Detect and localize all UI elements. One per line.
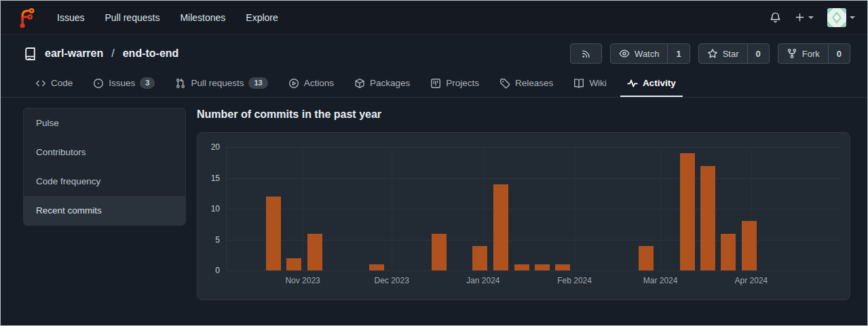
chevron-down-icon [850, 16, 855, 19]
sidebar-item-label: Pulse [36, 118, 59, 128]
play-icon [288, 78, 299, 89]
tab-wiki[interactable]: Wiki [567, 70, 614, 97]
watch-count[interactable]: 1 [667, 44, 689, 63]
issue-opened-icon [93, 78, 104, 89]
sidebar-item-pulse[interactable]: Pulse [24, 108, 185, 138]
chart-gridline [227, 147, 840, 148]
y-axis-tick-label: 10 [211, 204, 220, 213]
sidebar-item-contributors[interactable]: Contributors [24, 138, 185, 167]
user-avatar [827, 8, 846, 27]
nav-link-milestones[interactable]: Milestones [170, 7, 235, 28]
tab-actions[interactable]: Actions [282, 70, 341, 97]
tab-issues[interactable]: Issues 3 [86, 70, 162, 97]
notifications-bell-icon[interactable] [770, 12, 781, 23]
sidebar-item-label: Code frequency [36, 176, 100, 186]
sidebar-item-recent-commits[interactable]: Recent commits [24, 196, 185, 225]
sidebar-item-label: Contributors [36, 147, 86, 157]
package-icon [354, 78, 365, 89]
page-title: Number of commits in the past year [197, 108, 850, 121]
commit-count-bar [266, 197, 281, 270]
repo-name-link[interactable]: end-to-end [123, 47, 179, 60]
chart-month-gridline [575, 147, 575, 270]
star-count[interactable]: 0 [747, 44, 769, 63]
content-area: Pulse Contributors Code frequency Recent… [1, 98, 867, 300]
tab-label: Wiki [589, 78, 607, 88]
main-panel: Number of commits in the past year 05101… [197, 108, 850, 300]
tab-label: Issues [109, 78, 135, 88]
commit-count-bar [432, 234, 447, 271]
activity-sidebar: Pulse Contributors Code frequency Recent… [23, 108, 186, 226]
repo-separator: / [111, 47, 115, 60]
tab-activity[interactable]: Activity [620, 70, 683, 97]
y-axis-tick-label: 5 [215, 235, 220, 245]
tab-label: Releases [515, 78, 553, 88]
tab-label: Projects [446, 78, 479, 88]
tab-packages[interactable]: Packages [347, 70, 417, 97]
tab-projects[interactable]: Projects [423, 70, 486, 97]
book-icon [573, 78, 584, 89]
issues-count-badge: 3 [140, 77, 155, 89]
fork-count[interactable]: 0 [828, 44, 850, 63]
commit-count-bar [369, 264, 384, 270]
commit-count-bar [721, 234, 736, 271]
repo-icon [23, 47, 37, 61]
tab-label: Actions [304, 78, 334, 88]
chart-month-gridline [660, 147, 661, 270]
fork-label: Fork [802, 49, 820, 59]
rss-icon [581, 49, 591, 59]
fork-button[interactable]: Fork 0 [778, 43, 850, 64]
commit-count-bar [514, 264, 529, 270]
commit-count-bar [680, 153, 695, 270]
chart-gridline [227, 178, 840, 179]
navbar-right [770, 8, 855, 27]
project-board-icon [430, 78, 441, 89]
nav-link-pull-requests[interactable]: Pull requests [94, 7, 170, 28]
star-icon [707, 48, 718, 59]
commit-count-bar [472, 246, 487, 270]
repo-owner-link[interactable]: earl-warren [45, 47, 103, 60]
forgejo-logo-icon[interactable] [17, 7, 37, 28]
commit-count-bar [535, 264, 550, 270]
tab-code[interactable]: Code [29, 70, 79, 97]
commit-count-bar [307, 234, 322, 271]
star-button[interactable]: Star 0 [698, 43, 770, 64]
create-new-dropdown[interactable] [795, 12, 814, 22]
nav-link-explore[interactable]: Explore [235, 7, 288, 28]
pull-requests-count-badge: 13 [248, 77, 267, 89]
top-navbar: Issues Pull requests Milestones Explore [1, 1, 867, 35]
chart-month-gridline [303, 147, 303, 270]
x-axis-month-label: Mar 2024 [643, 276, 678, 285]
tab-releases[interactable]: Releases [493, 70, 560, 97]
nav-link-issues[interactable]: Issues [47, 7, 94, 28]
y-axis-tick-label: 15 [211, 174, 220, 183]
star-label: Star [723, 49, 739, 59]
commits-chart-card: 05101520 Nov 2023Dec 2023Jan 2024Feb 202… [197, 132, 850, 300]
watch-label: Watch [635, 49, 659, 59]
commit-count-bar [700, 166, 715, 271]
user-menu-dropdown[interactable] [827, 8, 855, 27]
commit-count-bar [493, 184, 508, 270]
repo-actions: Watch 1 Star 0 Fork 0 [570, 43, 850, 64]
fork-icon [787, 48, 797, 59]
x-axis-month-label: Feb 2024 [557, 276, 592, 285]
x-axis-month-label: Apr 2024 [735, 276, 768, 285]
eye-icon [619, 48, 630, 59]
sidebar-item-code-frequency[interactable]: Code frequency [24, 167, 185, 196]
rss-feed-button[interactable] [570, 43, 602, 64]
chart-y-labels: 05101520 [197, 147, 226, 270]
y-axis-tick-label: 0 [215, 266, 220, 275]
watch-button[interactable]: Watch 1 [610, 43, 690, 64]
nav-links: Issues Pull requests Milestones Explore [47, 7, 288, 28]
chart-plot: Nov 2023Dec 2023Jan 2024Feb 2024Mar 2024… [226, 147, 840, 270]
repo-tabs: Code Issues 3 Pull requests 13 Actions P… [1, 70, 867, 98]
y-axis-tick-label: 20 [211, 142, 220, 152]
repo-header: earl-warren / end-to-end [1, 35, 867, 70]
tab-label: Packages [370, 78, 410, 88]
commit-count-bar [639, 246, 654, 270]
commit-count-bar [286, 258, 301, 270]
commit-count-bar [742, 221, 757, 270]
tab-pull-requests[interactable]: Pull requests 13 [168, 70, 274, 97]
tab-label: Pull requests [191, 78, 244, 88]
x-axis-month-label: Jan 2024 [466, 276, 499, 285]
pulse-icon [627, 78, 638, 89]
